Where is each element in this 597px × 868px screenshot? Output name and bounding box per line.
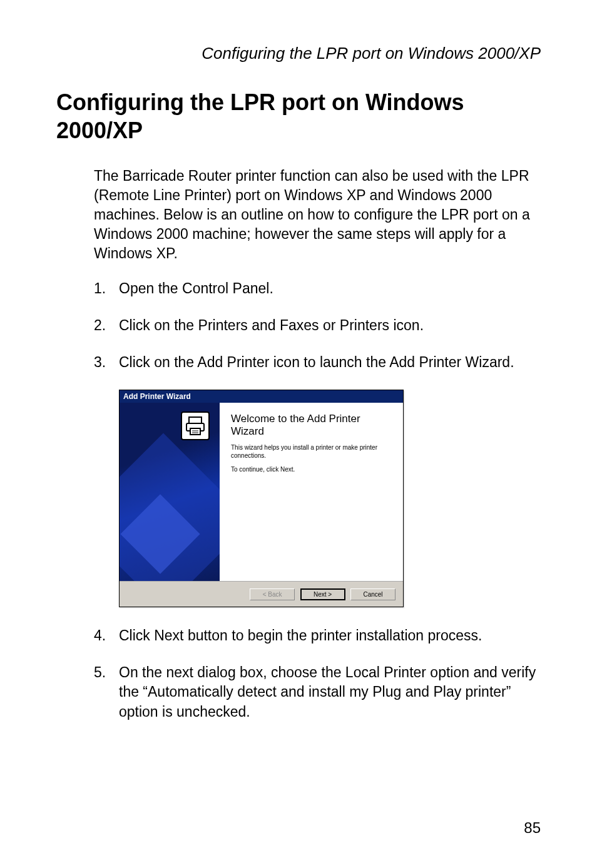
step-5: 5. On the next dialog box, choose the Lo… xyxy=(94,663,541,721)
step-number: 3. xyxy=(94,353,119,372)
page-number: 85 xyxy=(524,819,541,837)
step-3: 3. Click on the Add Printer icon to laun… xyxy=(94,353,541,372)
intro-paragraph: The Barricade Router printer function ca… xyxy=(94,166,541,263)
step-number: 2. xyxy=(94,316,119,335)
step-text: Click on the Printers and Faxes or Print… xyxy=(119,316,541,335)
wizard-body: Welcome to the Add Printer Wizard This w… xyxy=(120,403,403,581)
step-4: 4. Click Next button to begin the printe… xyxy=(94,626,541,645)
wizard-description: This wizard helps you install a printer … xyxy=(231,443,392,460)
wizard-welcome-heading: Welcome to the Add Printer Wizard xyxy=(231,413,392,437)
wizard-continue-text: To continue, click Next. xyxy=(231,466,392,473)
next-button[interactable]: Next > xyxy=(300,588,345,600)
steps-list-continued: 4. Click Next button to begin the printe… xyxy=(94,626,541,721)
wizard-window: Add Printer Wizard Welcome to the Add Pr… xyxy=(119,390,404,607)
add-printer-wizard-screenshot: Add Printer Wizard Welcome to the Add Pr… xyxy=(119,390,541,607)
step-2: 2. Click on the Printers and Faxes or Pr… xyxy=(94,316,541,335)
printer-icon xyxy=(181,411,210,440)
step-number: 4. xyxy=(94,626,119,645)
back-button: < Back xyxy=(250,588,295,600)
step-text: Click on the Add Printer icon to launch … xyxy=(119,353,541,372)
steps-list: 1. Open the Control Panel. 2. Click on t… xyxy=(94,279,541,372)
svg-rect-2 xyxy=(190,428,200,435)
step-number: 1. xyxy=(94,279,119,298)
step-text: Click Next button to begin the printer i… xyxy=(119,626,541,645)
step-text: Open the Control Panel. xyxy=(119,279,541,298)
svg-rect-0 xyxy=(189,417,202,423)
running-header: Configuring the LPR port on Windows 2000… xyxy=(56,44,541,63)
cancel-button[interactable]: Cancel xyxy=(350,588,395,600)
wizard-content: Welcome to the Add Printer Wizard This w… xyxy=(220,403,403,581)
step-1: 1. Open the Control Panel. xyxy=(94,279,541,298)
wizard-footer: < Back Next > Cancel xyxy=(120,581,403,607)
wizard-sidebar-graphic xyxy=(120,403,220,581)
step-number: 5. xyxy=(94,663,119,721)
wizard-titlebar: Add Printer Wizard xyxy=(120,390,403,403)
page-title: Configuring the LPR port on Windows 2000… xyxy=(56,88,541,144)
step-text: On the next dialog box, choose the Local… xyxy=(119,663,541,721)
